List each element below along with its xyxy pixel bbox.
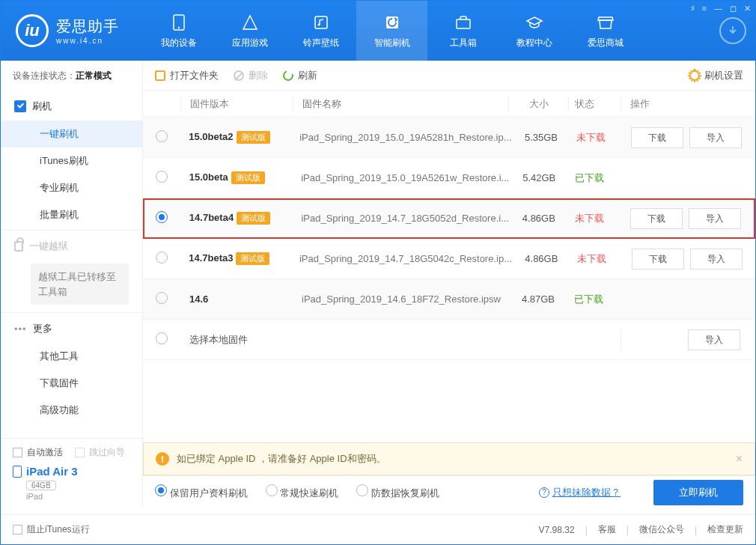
connection-status: 设备连接状态： 正常模式 xyxy=(1,61,143,91)
beta-badge: 测试版 xyxy=(237,131,270,144)
table-row[interactable]: 14.7beta4测试版iPad_Spring_2019_14.7_18G505… xyxy=(143,198,755,239)
table-row[interactable]: 15.0beta2测试版iPad_Spring_2019_15.0_19A528… xyxy=(143,118,755,158)
flash-options: 保留用户资料刷机 常规快速刷机 防数据恢复刷机 ? 只想抹除数据？ 立即刷机 xyxy=(143,475,755,508)
tb-open-folder[interactable]: 打开文件夹 xyxy=(155,69,219,82)
download-icon xyxy=(719,17,746,44)
svg-rect-2 xyxy=(315,16,327,28)
table-row[interactable]: 15.0beta测试版iPad_Spring_2019_15.0_19A5261… xyxy=(143,158,755,198)
row-radio[interactable] xyxy=(156,130,168,142)
folder-icon xyxy=(155,70,165,81)
import-local-button[interactable]: 导入 xyxy=(688,329,740,350)
gear-icon xyxy=(689,70,700,81)
beta-badge: 测试版 xyxy=(231,171,265,184)
tb-delete: 删除 xyxy=(234,69,268,82)
device-name[interactable]: iPad Air 3 xyxy=(13,465,130,478)
nav-toolbox[interactable]: 工具箱 xyxy=(427,1,499,61)
win-close-icon[interactable]: ✕ xyxy=(744,4,751,13)
device-storage: 64GB xyxy=(26,481,56,490)
logo[interactable]: iu 爱思助手 www.i4.cn xyxy=(1,1,143,61)
beta-badge: 测试版 xyxy=(237,212,270,225)
row-radio[interactable] xyxy=(156,292,168,304)
opt-keep-data[interactable]: 保留用户资料刷机 xyxy=(155,484,248,500)
device-panel: 自动激活 跳过向导 iPad Air 3 64GB iPad xyxy=(1,438,143,508)
nav-ringtones[interactable]: 铃声壁纸 xyxy=(285,1,356,61)
warning-icon: ! xyxy=(156,452,169,466)
flash-now-button[interactable]: 立即刷机 xyxy=(653,480,743,505)
version-label: V7.98.32 xyxy=(539,525,575,535)
win-min-icon[interactable]: — xyxy=(714,4,722,13)
table-row[interactable]: 14.7beta3测试版iPad_Spring_2019_14.7_18G504… xyxy=(143,239,755,279)
nav-tutorials[interactable]: 教程中心 xyxy=(499,1,570,61)
warning-close[interactable]: × xyxy=(736,452,743,466)
import-button[interactable]: 导入 xyxy=(689,127,742,148)
device-type: iPad xyxy=(26,492,130,501)
win-pin-icon[interactable]: ♯ xyxy=(691,4,695,13)
side-item-pro[interactable]: 专业刷机 xyxy=(1,174,142,201)
side-item-itunes[interactable]: iTunes刷机 xyxy=(1,147,142,174)
footer: 阻止iTunes运行 V7.98.32 | 客服 | 微信公众号 | 检查更新 xyxy=(1,514,755,544)
import-button[interactable]: 导入 xyxy=(690,249,743,270)
store-icon xyxy=(596,13,615,32)
side-item-download-fw[interactable]: 下载固件 xyxy=(1,370,142,397)
download-button[interactable]: 下载 xyxy=(630,208,683,229)
download-button[interactable]: 下载 xyxy=(631,127,683,148)
opt-normal[interactable]: 常规快速刷机 xyxy=(266,484,339,500)
info-icon: ? xyxy=(539,487,549,498)
row-radio[interactable] xyxy=(156,252,168,264)
tb-settings[interactable]: 刷机设置 xyxy=(689,69,743,82)
footer-wechat[interactable]: 微信公众号 xyxy=(639,523,684,536)
opt-antirecover[interactable]: 防数据恢复刷机 xyxy=(356,484,439,500)
logo-icon: iu xyxy=(16,14,49,47)
delete-icon xyxy=(234,70,244,81)
table-row[interactable]: 14.6iPad_Spring_2019_14.6_18F72_Restore.… xyxy=(143,279,755,320)
beta-badge: 测试版 xyxy=(236,252,269,265)
row-radio[interactable] xyxy=(156,211,168,223)
window-controls: ♯ ≡ — ◻ ✕ xyxy=(691,4,751,13)
side-item-batch[interactable]: 批量刷机 xyxy=(1,201,142,228)
tb-refresh[interactable]: 刷新 xyxy=(283,69,317,82)
win-max-icon[interactable]: ◻ xyxy=(730,4,737,13)
header: iu 爱思助手 www.i4.cn 我的设备 应用游戏 铃声壁纸 智能刷机 工具… xyxy=(1,1,755,61)
warning-bar: ! 如已绑定 Apple ID ，请准备好 Apple ID和密码。 × xyxy=(143,442,755,475)
nav-store[interactable]: 爱思商城 xyxy=(570,1,641,61)
import-button[interactable]: 导入 xyxy=(689,208,741,229)
toolbar: 打开文件夹 删除 刷新 刷机设置 xyxy=(143,61,755,91)
radio-local[interactable] xyxy=(156,332,168,344)
music-icon xyxy=(311,13,331,32)
erase-link[interactable]: 只想抹除数据？ xyxy=(552,486,621,499)
footer-update[interactable]: 检查更新 xyxy=(707,523,743,536)
nav-flash[interactable]: 智能刷机 xyxy=(356,1,427,61)
side-item-oneclick[interactable]: 一键刷机 xyxy=(1,121,142,147)
phone-icon xyxy=(169,13,189,32)
side-nav: 刷机 一键刷机 iTunes刷机 专业刷机 批量刷机 一键越狱 越狱工具已转移至… xyxy=(1,91,143,439)
toolbox-icon xyxy=(454,13,473,32)
win-menu-icon[interactable]: ≡ xyxy=(702,4,707,13)
side-section-flash[interactable]: 刷机 xyxy=(1,92,142,121)
side-item-advanced[interactable]: 高级功能 xyxy=(1,397,142,424)
download-button[interactable]: 下载 xyxy=(632,249,684,270)
chk-auto-activate[interactable]: 自动激活 xyxy=(13,446,63,459)
side-section-more[interactable]: ••• 更多 xyxy=(1,314,142,343)
row-radio[interactable] xyxy=(156,171,168,183)
apps-icon xyxy=(240,13,260,32)
svg-point-3 xyxy=(317,23,320,25)
app-url: www.i4.cn xyxy=(56,37,119,45)
refresh-small-icon xyxy=(281,68,296,82)
chk-block-itunes[interactable]: 阻止iTunes运行 xyxy=(13,523,90,536)
graduation-icon xyxy=(525,13,544,32)
top-nav: 我的设备 应用游戏 铃声壁纸 智能刷机 工具箱 教程中心 爱思商城 xyxy=(143,1,710,61)
lock-icon xyxy=(14,241,23,252)
more-icon: ••• xyxy=(14,323,27,335)
svg-rect-5 xyxy=(457,19,470,28)
side-item-tools[interactable]: 其他工具 xyxy=(1,343,142,370)
flash-icon xyxy=(14,100,26,112)
nav-apps[interactable]: 应用游戏 xyxy=(214,1,285,61)
jailbreak-note: 越狱工具已转移至工具箱 xyxy=(31,264,129,305)
footer-support[interactable]: 客服 xyxy=(598,523,616,536)
refresh-icon xyxy=(382,13,402,32)
nav-my-device[interactable]: 我的设备 xyxy=(143,1,214,61)
chk-skip-guide[interactable]: 跳过向导 xyxy=(75,446,125,459)
local-firmware-row[interactable]: 选择本地固件 导入 xyxy=(143,320,755,360)
firmware-table: 固件版本 固件名称 大小 状态 操作 15.0beta2测试版iPad_Spri… xyxy=(143,91,755,439)
side-section-jailbreak: 一键越狱 xyxy=(1,232,142,261)
